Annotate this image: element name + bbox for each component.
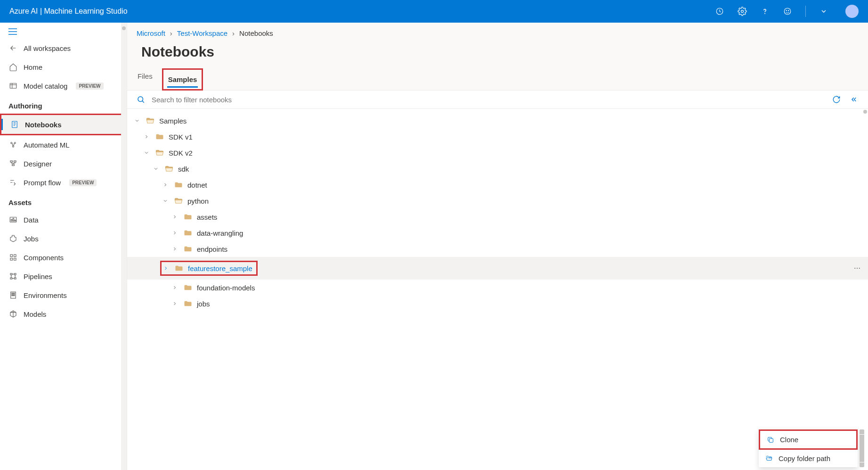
nav-notebooks[interactable]: Notebooks <box>1 115 125 134</box>
tree-jobs-folder[interactable]: jobs <box>127 296 868 312</box>
settings-icon[interactable] <box>738 7 747 16</box>
nav-model-catalog[interactable]: Model catalog PREVIEW <box>0 76 127 95</box>
tree-data-wrangling[interactable]: data-wrangling <box>127 225 868 241</box>
tree-sdk-v1[interactable]: SDK v1 <box>127 129 868 145</box>
nav-automated-ml[interactable]: Automated ML <box>0 135 127 154</box>
tree-samples[interactable]: Samples <box>127 113 868 129</box>
pipelines-icon <box>8 272 18 281</box>
context-menu: Clone Copy folder path <box>759 429 858 467</box>
header-actions <box>715 5 859 18</box>
breadcrumb-workspace[interactable]: Test-Workspace <box>177 29 227 37</box>
nav-prompt-flow[interactable]: Prompt flow PREVIEW <box>0 173 127 192</box>
menu-clone[interactable]: Clone <box>760 431 856 448</box>
collapse-icon[interactable] <box>848 94 859 105</box>
back-arrow-icon <box>8 43 18 53</box>
chevron-right-icon[interactable] <box>142 134 151 140</box>
nav-label: Components <box>24 254 64 262</box>
nav-label: Data <box>24 216 39 224</box>
data-icon <box>8 215 18 224</box>
tree-python[interactable]: python <box>127 193 868 209</box>
tree-label: Samples <box>159 117 187 125</box>
chevron-right-icon[interactable] <box>161 182 170 188</box>
svg-rect-9 <box>10 83 16 89</box>
breadcrumb-microsoft[interactable]: Microsoft <box>137 29 165 37</box>
folder-icon <box>175 264 183 272</box>
svg-rect-19 <box>10 161 13 162</box>
chevron-down-icon[interactable] <box>819 7 828 16</box>
sidebar-scrollbar[interactable] <box>121 23 127 470</box>
chevron-right-icon[interactable] <box>170 301 179 306</box>
menu-scrollbar[interactable] <box>860 429 864 467</box>
svg-rect-27 <box>14 255 16 257</box>
nav-pipelines[interactable]: Pipelines <box>0 267 127 286</box>
tree-assets[interactable]: assets <box>127 209 868 225</box>
nav-environments[interactable]: Environments <box>0 286 127 305</box>
svg-rect-34 <box>11 292 16 298</box>
folder-icon <box>184 245 192 253</box>
chevron-right-icon[interactable] <box>170 285 179 290</box>
chevron-right-icon[interactable] <box>162 265 170 271</box>
nav-jobs[interactable]: Jobs <box>0 229 127 248</box>
nav-home[interactable]: Home <box>0 58 127 76</box>
tree-label: featurestore_sample <box>188 264 252 272</box>
nav-components[interactable]: Components <box>0 248 127 267</box>
svg-point-2 <box>765 13 765 14</box>
hamburger-menu[interactable] <box>0 23 127 39</box>
chevron-down-icon[interactable] <box>152 166 160 172</box>
tree-dotnet[interactable]: dotnet <box>127 177 868 193</box>
svg-rect-30 <box>10 273 12 275</box>
highlight-featurestore: featurestore_sample <box>160 261 258 276</box>
menu-label: Copy folder path <box>779 454 830 462</box>
section-authoring: Authoring <box>0 95 127 114</box>
nav-models[interactable]: Models <box>0 305 127 323</box>
nav-label: Jobs <box>24 235 39 243</box>
nav-designer[interactable]: Designer <box>0 154 127 173</box>
recent-icon[interactable] <box>715 7 724 16</box>
svg-rect-33 <box>14 278 16 279</box>
nav-all-workspaces[interactable]: All workspaces <box>0 39 127 58</box>
tree-sdk-v2[interactable]: SDK v2 <box>127 145 868 161</box>
help-icon[interactable] <box>760 7 770 16</box>
designer-icon <box>8 159 18 168</box>
svg-rect-24 <box>13 218 14 221</box>
svg-rect-21 <box>12 165 15 166</box>
feedback-icon[interactable] <box>783 7 792 16</box>
tree-foundation-models[interactable]: foundation-models <box>127 280 868 296</box>
svg-rect-25 <box>15 220 16 221</box>
search-bar <box>127 91 868 109</box>
notebook-icon <box>10 120 19 129</box>
tree-sdk[interactable]: sdk <box>127 161 868 177</box>
chevron-down-icon[interactable] <box>161 198 170 204</box>
svg-point-1 <box>741 10 744 13</box>
search-input[interactable] <box>152 96 825 104</box>
nav-label: Models <box>24 310 46 318</box>
nav-label: Model catalog <box>24 82 67 90</box>
menu-copy-path[interactable]: Copy folder path <box>759 450 858 467</box>
tree-endpoints[interactable]: endpoints <box>127 241 868 257</box>
app-title: Azure AI | Machine Learning Studio <box>9 7 128 16</box>
svg-point-5 <box>788 10 789 11</box>
chevron-down-icon[interactable] <box>142 150 151 156</box>
tab-files[interactable]: Files <box>137 68 154 90</box>
highlight-notebooks: Notebooks <box>0 114 127 135</box>
svg-point-4 <box>786 10 787 11</box>
tree-featurestore-sample[interactable]: featurestore_sample ⋯ <box>127 257 868 280</box>
svg-point-18 <box>13 146 14 147</box>
svg-rect-28 <box>10 258 13 261</box>
tree-label: endpoints <box>197 245 227 253</box>
chevron-right-icon[interactable] <box>170 246 179 252</box>
nav-label: Notebooks <box>25 121 62 129</box>
chevron-down-icon[interactable] <box>133 118 141 124</box>
chevron-right-icon[interactable] <box>170 230 179 236</box>
menu-label: Clone <box>780 436 798 444</box>
folder-icon <box>184 283 192 292</box>
chevron-right-icon[interactable] <box>170 214 179 220</box>
user-avatar[interactable] <box>845 5 859 18</box>
nav-data[interactable]: Data <box>0 210 127 229</box>
tree-label: data-wrangling <box>197 229 243 237</box>
more-icon[interactable]: ⋯ <box>854 264 860 272</box>
chevron-right-icon: › <box>232 29 235 37</box>
refresh-icon[interactable] <box>831 94 842 105</box>
svg-rect-37 <box>12 295 13 296</box>
tab-samples[interactable]: Samples <box>167 72 198 87</box>
